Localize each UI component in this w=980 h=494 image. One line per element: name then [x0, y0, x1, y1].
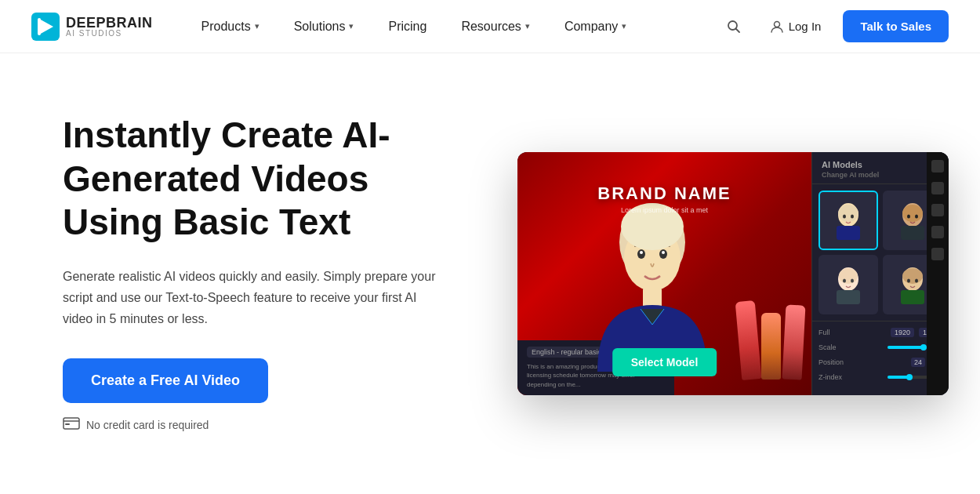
lipstick-products — [739, 301, 804, 380]
svg-rect-31 — [837, 290, 860, 304]
logo-icon — [31, 13, 60, 41]
svg-rect-8 — [65, 423, 70, 425]
logo-ai-studios: AI STUDIOS — [66, 30, 153, 38]
panel-icon-1[interactable] — [931, 160, 944, 173]
svg-point-34 — [907, 279, 910, 283]
svg-point-13 — [640, 251, 643, 254]
svg-point-18 — [838, 205, 858, 222]
create-free-video-button[interactable]: Create a Free AI Video — [63, 358, 268, 403]
side-icon-bar — [927, 152, 949, 395]
hero-title: Instantly Create AI-Generated Videos Usi… — [63, 114, 470, 244]
change-model-label: Change AI model — [822, 171, 939, 179]
model-thumb-1[interactable] — [818, 191, 878, 250]
navbar: DEEPBRAIN AI STUDIOS Products ▾ Solution… — [0, 0, 980, 53]
svg-point-20 — [851, 215, 854, 219]
login-label: Log In — [789, 20, 822, 33]
logo-text: DEEPBRAIN AI STUDIOS — [66, 16, 153, 38]
video-preview-area: BRAND NAME Lorem ipsum dolor sit a met — [517, 152, 811, 395]
select-model-button[interactable]: Select Model — [612, 348, 717, 376]
main-content: Instantly Create AI-Generated Videos Usi… — [0, 53, 980, 494]
svg-point-14 — [662, 251, 665, 254]
svg-rect-26 — [901, 226, 924, 240]
full-label: Full — [818, 329, 830, 336]
hero-subtitle: Generate realistic AI videos quickly and… — [63, 266, 439, 330]
svg-line-4 — [735, 28, 739, 32]
nav-item-pricing[interactable]: Pricing — [371, 0, 444, 53]
svg-rect-2 — [38, 18, 41, 35]
svg-point-28 — [839, 268, 858, 284]
svg-point-29 — [843, 279, 846, 283]
no-credit-card-notice: No credit card is required — [63, 417, 470, 434]
zindex-control-row: Z-index — [818, 373, 942, 381]
hero-right: BRAND NAME Lorem ipsum dolor sit a met — [517, 152, 949, 395]
credit-card-icon — [63, 417, 80, 434]
svg-rect-21 — [837, 226, 860, 240]
nav-item-products[interactable]: Products ▾ — [184, 0, 277, 53]
position-control-row: Position 24 36 — [818, 358, 942, 367]
chevron-down-icon: ▾ — [255, 21, 260, 31]
logo[interactable]: DEEPBRAIN AI STUDIOS — [31, 13, 153, 41]
ai-model-person — [590, 199, 715, 372]
scale-control-row: Scale — [818, 343, 942, 351]
talk-to-sales-button[interactable]: Talk to Sales — [843, 10, 949, 42]
chevron-down-icon: ▾ — [622, 21, 626, 31]
logo-deepbrain: DEEPBRAIN — [66, 16, 153, 30]
nav-links: Products ▾ Solutions ▾ Pricing Resources… — [184, 0, 720, 53]
chevron-down-icon: ▾ — [349, 21, 354, 31]
login-button[interactable]: Log In — [760, 13, 831, 40]
nav-solutions-label: Solutions — [294, 20, 346, 34]
full-control-row: Full 1920 1080 — [818, 328, 942, 337]
svg-point-19 — [843, 215, 846, 219]
brand-overlay: BRAND NAME Lorem ipsum dolor sit a met — [597, 183, 731, 214]
svg-point-23 — [902, 205, 923, 222]
svg-point-33 — [902, 268, 923, 284]
svg-rect-36 — [901, 290, 924, 304]
nav-right: Log In Talk to Sales — [720, 10, 949, 42]
no-credit-label: No credit card is required — [86, 419, 209, 431]
product-screenshot: BRAND NAME Lorem ipsum dolor sit a met — [517, 152, 949, 395]
zindex-label: Z-index — [818, 373, 842, 381]
svg-point-5 — [774, 21, 779, 27]
nav-pricing-label: Pricing — [388, 20, 426, 34]
user-icon — [770, 20, 784, 34]
svg-point-24 — [907, 215, 910, 219]
svg-point-25 — [915, 215, 918, 219]
position-label: Position — [818, 358, 844, 366]
brand-name-text: BRAND NAME — [597, 183, 731, 204]
panel-icon-3[interactable] — [931, 204, 944, 216]
panel-icon-4[interactable] — [931, 226, 944, 238]
nav-item-company[interactable]: Company ▾ — [547, 0, 644, 53]
svg-point-30 — [851, 279, 854, 283]
nav-products-label: Products — [201, 20, 251, 34]
ai-models-panel: AI Models Change AI model — [811, 152, 949, 395]
hero-left: Instantly Create AI-Generated Videos Usi… — [63, 114, 470, 433]
nav-resources-label: Resources — [461, 20, 521, 34]
search-icon[interactable] — [720, 13, 748, 41]
ai-models-title: AI Models — [822, 160, 939, 169]
nav-item-solutions[interactable]: Solutions ▾ — [277, 0, 372, 53]
nav-company-label: Company — [564, 20, 618, 34]
panel-icon-5[interactable] — [931, 248, 944, 260]
scale-label: Scale — [818, 343, 837, 351]
brand-sub-text: Lorem ipsum dolor sit a met — [597, 206, 731, 214]
chevron-down-icon: ▾ — [525, 21, 530, 31]
model-thumb-3[interactable] — [818, 255, 878, 314]
nav-item-resources[interactable]: Resources ▾ — [444, 0, 546, 53]
panel-icon-2[interactable] — [931, 182, 944, 194]
svg-point-35 — [915, 279, 918, 283]
